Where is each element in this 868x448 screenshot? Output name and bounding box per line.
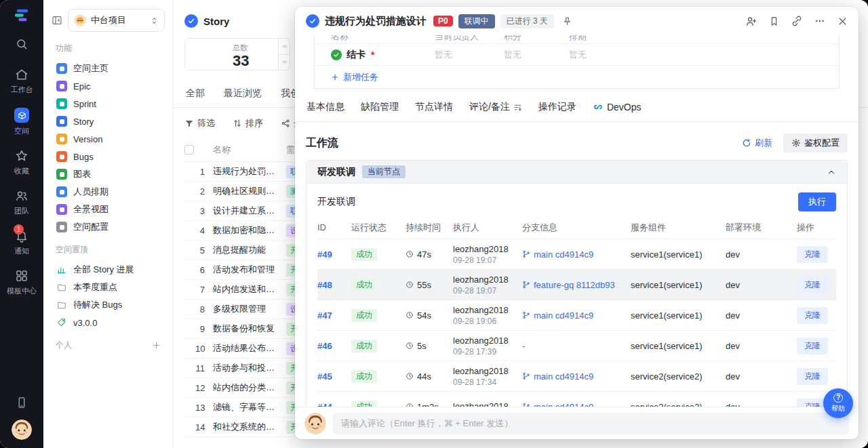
add-task-button[interactable]: 新增任务 bbox=[315, 65, 839, 88]
clone-button[interactable]: 克隆 bbox=[797, 277, 828, 293]
filter-button[interactable]: 筛选 bbox=[184, 117, 215, 129]
clone-button[interactable]: 克隆 bbox=[797, 246, 828, 263]
clone-button[interactable]: 克隆 bbox=[797, 307, 828, 324]
branch-link[interactable]: main cd4914c9 bbox=[522, 402, 631, 407]
run-id-link[interactable]: #45 bbox=[317, 371, 351, 382]
detail-tab[interactable]: 缺陷管理 bbox=[360, 94, 399, 121]
story-name: 站内信的分类… bbox=[213, 382, 286, 394]
rail-item-templates[interactable]: 模板中心 bbox=[7, 269, 37, 296]
sidebar-pinned-item[interactable]: 本季度重点 bbox=[52, 279, 165, 296]
required-star: * bbox=[371, 49, 374, 60]
story-name: 活动参与和投… bbox=[213, 362, 286, 374]
refresh-button[interactable]: 刷新 bbox=[742, 137, 772, 149]
sidebar-function-item[interactable]: 空间配置 bbox=[52, 218, 165, 236]
summary-next-icon[interactable] bbox=[279, 54, 290, 70]
story-type-icon bbox=[184, 14, 198, 28]
rail-item-label: 团队 bbox=[14, 206, 29, 216]
detail-tab[interactable]: 操作记录 bbox=[538, 94, 577, 121]
list-tab[interactable]: 全部 bbox=[184, 81, 206, 107]
mobile-app-icon[interactable] bbox=[16, 396, 28, 409]
run-row[interactable]: #48 成功 55s leozhang2018 09-28 19:07 bbox=[317, 270, 836, 300]
rail-item-notifications[interactable]: 1 通知 bbox=[14, 229, 29, 256]
story-name: 活动结果公布… bbox=[213, 342, 286, 354]
sidebar-pinned-item[interactable]: v3.0.0 bbox=[52, 314, 165, 331]
sidebar-function-item[interactable]: Version bbox=[52, 130, 165, 148]
list-tab[interactable]: 最近浏览 bbox=[222, 81, 263, 107]
run-duration: 55s bbox=[417, 280, 431, 290]
sort-button[interactable]: 排序 bbox=[233, 117, 263, 129]
run-service: service2(service2) bbox=[631, 402, 726, 407]
rail-item-label: 模板中心 bbox=[7, 286, 37, 296]
branch-link[interactable]: - bbox=[522, 341, 631, 351]
detail-tab[interactable]: DevOps bbox=[592, 94, 642, 121]
detail-tab[interactable]: 评论/备注 bbox=[469, 94, 523, 121]
task-done-icon bbox=[331, 49, 342, 60]
more-icon[interactable] bbox=[814, 16, 825, 26]
run-duration: 47s bbox=[417, 249, 431, 260]
branch-link[interactable]: main cd4914c9 bbox=[522, 249, 631, 260]
story-name: 设计并建立系… bbox=[213, 205, 286, 217]
search-icon[interactable] bbox=[16, 38, 28, 50]
story-name: 站内信发送和… bbox=[213, 283, 286, 296]
select-all-checkbox[interactable] bbox=[184, 145, 194, 155]
execute-button[interactable]: 执行 bbox=[798, 192, 836, 211]
sidebar-pinned-item[interactable]: 待解决 Bugs bbox=[52, 296, 165, 314]
function-item-icon bbox=[56, 116, 67, 127]
run-row[interactable]: #45 成功 44s leozhang2018 09-28 17:34 bbox=[317, 361, 836, 392]
run-id-link[interactable]: #46 bbox=[317, 341, 351, 351]
row-number: 11 bbox=[195, 363, 213, 373]
sidebar-function-item[interactable]: 人员排期 bbox=[52, 183, 165, 201]
subtask-row[interactable]: 结卡 * 暂无 暂无 暂无 bbox=[315, 43, 839, 65]
run-id-link[interactable]: #49 bbox=[317, 249, 351, 260]
summary-prev-icon[interactable] bbox=[279, 39, 290, 54]
rail-item-workbench[interactable]: 工作台 bbox=[11, 68, 33, 95]
collapse-sidebar-icon[interactable] bbox=[52, 15, 62, 26]
story-title: 违规行为处罚措施设计 bbox=[325, 15, 427, 28]
clone-button[interactable]: 克隆 bbox=[797, 368, 828, 385]
run-row[interactable]: #46 成功 5s leozhang2018 09-28 17:39 bbox=[317, 331, 836, 361]
run-row[interactable]: #49 成功 47s leozhang2018 09-28 19:07 bbox=[317, 239, 836, 270]
detail-tab[interactable]: 基本信息 bbox=[306, 94, 345, 121]
run-id-link[interactable]: #44 bbox=[317, 402, 351, 407]
sidebar-pinned-item[interactable]: 全部 Story 进展 bbox=[52, 261, 165, 279]
sidebar-function-item[interactable]: 空间主页 bbox=[52, 60, 165, 77]
clone-button[interactable]: 克隆 bbox=[797, 338, 828, 354]
sidebar-function-item[interactable]: Bugs bbox=[52, 148, 165, 165]
close-icon[interactable] bbox=[837, 16, 848, 26]
run-status-badge: 成功 bbox=[351, 309, 377, 322]
sidebar-function-item[interactable]: Sprint bbox=[52, 95, 165, 113]
app-logo-icon[interactable] bbox=[13, 7, 31, 24]
run-id-link[interactable]: #47 bbox=[317, 310, 351, 321]
run-row[interactable]: #44 成功 1m2s leozhang2018 bbox=[317, 392, 836, 407]
row-number: 3 bbox=[195, 206, 213, 216]
sidebar-function-item[interactable]: 图表 bbox=[52, 165, 165, 183]
subtask-points: 暂无 bbox=[504, 49, 569, 61]
pin-icon[interactable] bbox=[562, 16, 572, 26]
stage-header[interactable]: 研发联调 当前节点 bbox=[307, 161, 847, 184]
run-row[interactable]: #47 成功 54s leozhang2018 09-28 19:06 bbox=[317, 300, 836, 331]
priority-badge[interactable]: P0 bbox=[433, 16, 453, 26]
project-selector[interactable]: 中台项目 bbox=[68, 9, 165, 32]
sidebar-function-item[interactable]: Story bbox=[52, 113, 165, 130]
pinned-item-icon bbox=[56, 264, 67, 275]
user-avatar[interactable] bbox=[12, 420, 32, 440]
branch-link[interactable]: main cd4914c9 bbox=[522, 310, 631, 321]
add-personal-icon[interactable] bbox=[152, 341, 161, 350]
branch-link[interactable]: main cd4914c9 bbox=[522, 371, 631, 382]
summary-label: 总数 bbox=[233, 43, 249, 53]
run-id-link[interactable]: #48 bbox=[317, 280, 351, 290]
sidebar-function-item[interactable]: Epic bbox=[52, 77, 165, 95]
rail-item-favorites[interactable]: 收藏 bbox=[14, 149, 29, 176]
add-member-icon[interactable] bbox=[745, 16, 757, 27]
comment-input[interactable] bbox=[333, 413, 849, 434]
bookmark-icon[interactable] bbox=[769, 16, 779, 26]
status-badge[interactable]: 联调中 bbox=[458, 14, 495, 28]
rail-item-team[interactable]: 团队 bbox=[14, 189, 29, 216]
rail-item-space[interactable]: 空间 bbox=[14, 108, 29, 136]
link-icon[interactable] bbox=[791, 16, 802, 26]
branch-link[interactable]: feature-gq 8112db93 bbox=[522, 280, 631, 290]
help-button[interactable]: ? 帮助 bbox=[823, 388, 853, 418]
detail-tab[interactable]: 节点详情 bbox=[414, 94, 454, 121]
auth-config-button[interactable]: 鉴权配置 bbox=[783, 134, 848, 152]
sidebar-function-item[interactable]: 全景视图 bbox=[52, 201, 165, 218]
